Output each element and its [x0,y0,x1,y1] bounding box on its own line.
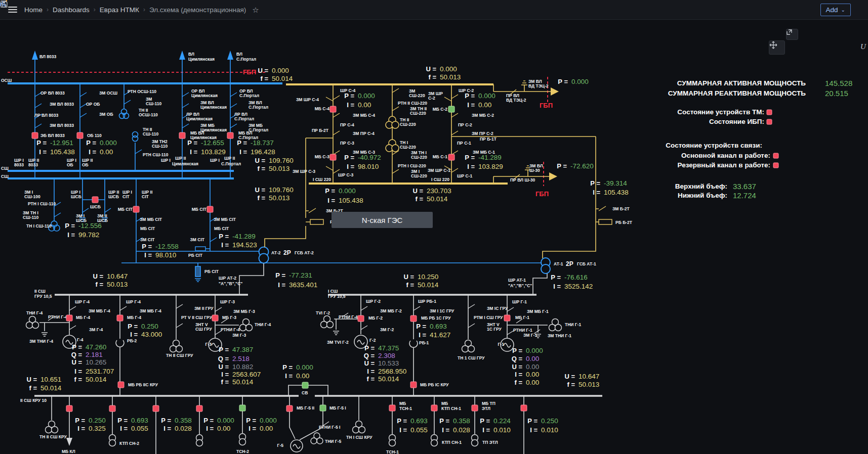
measurement-key: U = [512,363,522,371]
measurement-key: I = [249,425,256,432]
measurement-key: U = [71,358,82,366]
schematic-label: ВЛ [236,52,242,57]
measurement-key: P = [203,417,214,424]
measurement-value: 0.000 [217,417,234,424]
measurement-value: -40.972 [358,154,381,161]
schematic-label: ОБ 110 [87,133,102,138]
breadcrumb-folder[interactable]: Евраз НТМК [100,6,139,14]
schematic-label: КТП СН-1 [442,440,462,445]
measurement-key: P = [527,417,538,425]
star-icon[interactable]: ☆ [252,6,259,14]
schematic-label: МБ Г-5 II [297,405,314,411]
measurement-value: 0.00 [296,372,309,380]
breadcrumb-home[interactable]: Home [24,6,43,14]
schematic-label: ШР РБ-1 [418,299,436,304]
measurement-value: 50.013 [269,165,290,172]
breaker-state-indicator-red [330,106,336,112]
measurement-key: P = [142,243,152,250]
measurement-key: I = [553,283,561,290]
schematic-label: С.Портал [221,161,241,166]
schematic-label: ЗМ ШР С-4 [296,97,319,102]
measurement-key: U = [218,363,229,371]
schematic-label: ОСШ [1,78,12,83]
schematic-label: МБ С-1 [433,154,448,159]
measurement-value: 0.000 [272,67,289,74]
measurement-key: I = [367,368,375,375]
schematic-label: ЗМ ОБ [99,112,113,117]
measurement-value: 0.00 [478,101,491,109]
measurement-value: 0.000 [571,78,589,85]
schematic-label: ЗМ Г-2 [380,327,394,332]
measurement-value: 3525.142 [564,283,593,290]
breadcrumb-dashboards[interactable]: Dashboards [53,6,90,14]
measurement-key: I = [347,101,354,109]
schematic-label: 8033 [28,162,38,167]
schematic-label: МБ С-3 [315,154,330,159]
schematic-label: ЗМ МБ СІТ [140,217,162,222]
measurement-key: P = [590,179,600,187]
schematic-label: Цимлянская [186,116,213,121]
measurement-value: 50.014 [232,378,254,386]
schematic-label: ЗМ ТVI Г-2 [327,340,349,345]
measurement-value: 50.013 [440,73,461,81]
measurement-value: 50.014 [86,376,107,383]
measurement-key: I = [77,425,85,432]
measurement-value: 41.627 [430,331,450,339]
measurement-key: I = [239,148,247,156]
add-button[interactable]: Add ⌄ [820,4,851,16]
schematic-label: ЗМ ПР С-4 [353,131,375,136]
measurement-value: 0.00 [217,425,230,432]
schematic-label: Состояние устройств ТМ: [677,108,764,116]
measurement-value: 3635.401 [289,281,317,289]
measurement-value: 2.518 [232,355,250,362]
measurement-value: 109.760 [269,186,294,194]
schematic-label: "А","В","С" [219,281,242,286]
schematic-label: СШ-220 [410,111,426,116]
schematic-label: ВЛ 8033 [39,54,56,59]
measurement-key: I = [67,231,75,239]
schematic-label: ВД ТЭЦ-2 [506,98,526,103]
schematic-label: ЗМ ВЛ 8033 [50,102,74,107]
measurement-value: 0.00 [526,355,539,362]
schematic-label: С.Портал [234,116,254,121]
breaker-state-indicator-red [504,315,510,321]
measurement-value: 0.250 [141,323,158,330]
measurement-value: 10.882 [232,363,253,371]
measurement-value: -12.556 [78,222,102,230]
measurement-key: P = [557,162,567,170]
schematic-label: Цимлянская [172,161,198,166]
chevron-down-icon: ⌄ [841,7,845,13]
measurement-value: 196.428 [251,148,275,156]
breaker-state-indicator-red [196,405,202,412]
schematic-label: АТ-2 [271,250,281,255]
schematic-label: ТН I СШ-110 [26,223,52,229]
measurement-key: P = [558,78,568,85]
panel-move-handle[interactable] [769,40,785,55]
breaker-state-indicator-red [286,405,293,412]
measurement-value: -72.620 [570,162,594,170]
measurement-value: 109.760 [269,157,294,164]
measurement-value: 50.014 [40,384,62,392]
measurement-value: 2563.607 [232,371,261,378]
breaker-state-indicator-red [66,315,72,321]
measurement-value: -77.231 [289,271,312,279]
schematic-label: "А","В","С" [508,283,532,288]
measurement-key: f = [221,378,229,386]
menu-icon[interactable] [8,7,17,13]
measurement-value: 0.00 [526,363,539,371]
measurement-value: 0.028 [453,426,470,434]
schematic-label: СШ-220 [409,93,425,98]
schematic-label: ГСБ АТ-1 [577,261,596,266]
panel-open-icon[interactable] [786,29,798,40]
measurement-value: 105.438 [50,148,75,156]
measurement-key: P = [86,139,96,147]
schematic-label: РТН ОСШ-110 [128,89,156,94]
measurement-value: 2.308 [378,352,395,359]
schematic-label: ЗМ ОСШ [99,90,117,96]
breaker-state-indicator-red [767,110,772,115]
measurement-key: I = [442,426,449,434]
measurement-value: 98.010 [155,251,176,259]
schematic-label: Ш-30 [529,168,540,173]
schematic-label: КТП СН-2 [119,441,139,446]
schematic-label: ЛР ВЛ 8033 [34,113,58,118]
